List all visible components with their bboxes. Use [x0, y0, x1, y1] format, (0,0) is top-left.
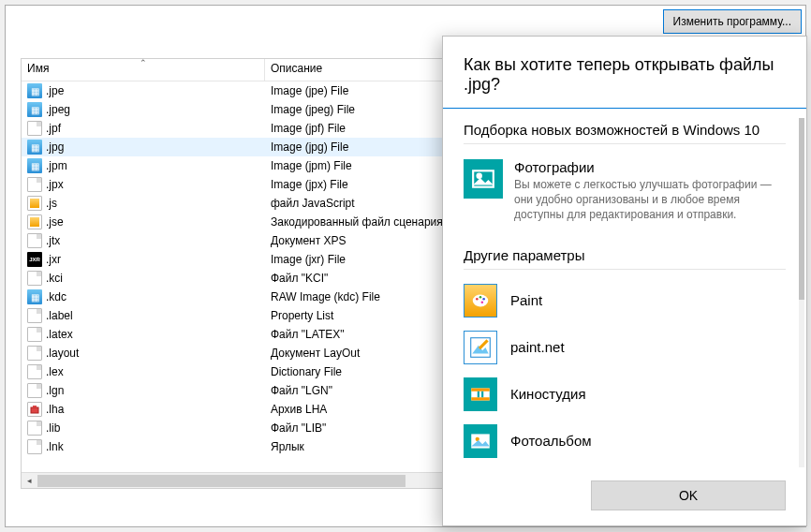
generic-file-icon [27, 383, 42, 398]
featured-app-name: Фотографии [514, 159, 786, 175]
extension-label: .jpf [46, 122, 61, 135]
paintnet-app-icon [464, 331, 497, 364]
generic-file-icon [27, 177, 42, 192]
scroll-left-icon[interactable]: ◂ [22, 473, 37, 489]
generic-file-icon [27, 233, 42, 248]
change-program-button[interactable]: Изменить программу... [663, 9, 802, 34]
column-header-name-label: Имя [27, 62, 49, 75]
photogallery-app-icon [464, 424, 497, 458]
featured-app[interactable]: Фотографии Вы можете с легкостью улучшат… [464, 152, 786, 234]
app-option-label: Paint [510, 292, 542, 308]
cell-extension: .lnk [22, 439, 265, 454]
open-with-dialog: Как вы хотите теперь открывать файлы .jp… [442, 36, 807, 526]
generic-file-icon [27, 121, 42, 136]
extension-label: .jpx [46, 178, 64, 191]
dialog-body: Подборка новых возможностей в Windows 10… [443, 109, 806, 471]
app-option[interactable]: Фотоальбом [464, 418, 786, 465]
cell-extension: .js [22, 196, 265, 211]
generic-file-icon [27, 439, 42, 454]
vertical-scrollbar[interactable] [799, 118, 804, 467]
svg-rect-0 [31, 407, 38, 413]
generic-file-icon [27, 421, 42, 436]
image-file-icon: ▦ [27, 289, 42, 304]
section-featured-title: Подборка новых возможностей в Windows 10 [464, 122, 786, 138]
vertical-scroll-thumb[interactable] [799, 118, 804, 300]
cell-extension: .jpx [22, 177, 265, 192]
cell-extension: ▦.kdc [22, 289, 265, 304]
cell-extension: .lib [22, 421, 265, 436]
extension-label: .kdc [46, 290, 66, 303]
archive-file-icon [27, 402, 42, 417]
extension-label: .lib [46, 421, 60, 435]
jxr-file-icon: JXR [27, 252, 42, 267]
extension-label: .jpg [46, 140, 64, 154]
extension-label: .lgn [46, 384, 64, 397]
cell-extension: JXR.jxr [22, 252, 265, 267]
cell-extension: .layout [22, 346, 265, 361]
cell-extension: .lex [22, 364, 265, 379]
cell-extension: .lha [22, 402, 265, 417]
column-header-desc-label: Описание [271, 62, 322, 75]
app-option[interactable]: Киностудия [464, 371, 786, 418]
other-apps-list: Paintpaint.netКиностудияФотоальбом [464, 277, 786, 465]
extension-label: .lha [46, 403, 64, 416]
photos-app-icon [464, 159, 503, 199]
scroll-thumb[interactable] [37, 475, 406, 487]
svg-point-8 [481, 301, 484, 303]
image-file-icon: ▦ [27, 83, 42, 98]
extension-label: .jse [46, 215, 64, 229]
cell-extension: .label [22, 308, 265, 323]
script-file-icon [27, 196, 42, 211]
cell-extension: ▦.jpeg [22, 102, 265, 117]
extension-label: .js [46, 197, 57, 210]
extension-label: .lnk [46, 440, 64, 453]
app-option-label: paint.net [510, 339, 565, 355]
extension-label: .jxr [46, 253, 61, 266]
svg-point-7 [482, 297, 485, 300]
svg-rect-12 [471, 388, 490, 391]
sort-caret-icon: ⌃ [140, 58, 147, 67]
extension-label: .kci [46, 272, 63, 285]
cell-extension: .kci [22, 271, 265, 286]
extension-label: .jpeg [46, 103, 70, 116]
moviemaker-app-icon [464, 377, 497, 411]
extension-label: .label [46, 309, 73, 322]
cell-extension: .jtx [22, 233, 265, 248]
extension-label: .latex [46, 328, 73, 341]
svg-point-6 [479, 296, 482, 299]
cell-extension: .lgn [22, 383, 265, 398]
generic-file-icon [27, 271, 42, 286]
column-header-name[interactable]: ⌃ Имя [22, 59, 265, 81]
featured-app-description: Вы можете с легкостью улучшать фотографи… [514, 177, 786, 223]
svg-point-3 [478, 174, 481, 178]
section-separator [464, 143, 786, 144]
image-file-icon: ▦ [27, 158, 42, 173]
paint-app-icon [464, 284, 497, 318]
cell-extension: .jpf [22, 121, 265, 136]
cell-extension: .jse [22, 214, 265, 229]
app-option-label: Киностудия [510, 386, 586, 402]
image-file-icon: ▦ [27, 140, 42, 155]
cell-extension: ▦.jpg [22, 140, 265, 155]
extension-label: .jtx [46, 234, 60, 247]
cell-extension: ▦.jpm [22, 158, 265, 173]
generic-file-icon [27, 364, 42, 379]
generic-file-icon [27, 327, 42, 342]
svg-rect-14 [478, 391, 479, 397]
generic-file-icon [27, 346, 42, 361]
extension-label: .jpe [46, 84, 64, 97]
app-option-label: Фотоальбом [510, 433, 592, 449]
script-file-icon [27, 214, 42, 229]
cell-extension: ▦.jpe [22, 83, 265, 98]
extension-label: .layout [46, 347, 79, 360]
svg-rect-13 [471, 397, 490, 400]
app-option[interactable]: paint.net [464, 324, 786, 371]
extension-label: .lex [46, 365, 64, 378]
svg-rect-15 [481, 391, 483, 397]
ok-button[interactable]: OK [591, 480, 786, 510]
app-option[interactable]: Paint [464, 277, 786, 324]
svg-rect-1 [33, 406, 37, 407]
cell-extension: .latex [22, 327, 265, 342]
dialog-title: Как вы хотите теперь открывать файлы .jp… [443, 37, 806, 108]
section-separator [464, 269, 786, 270]
